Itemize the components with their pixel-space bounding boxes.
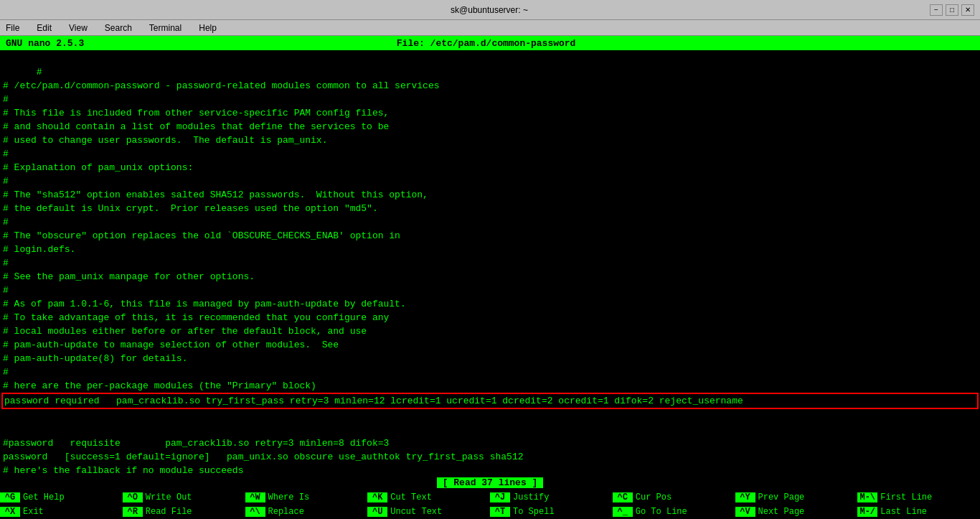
maximize-button[interactable]: □ <box>946 4 958 16</box>
title-bar: sk@ubuntuserver: ~ − □ ✕ <box>0 0 980 20</box>
after-lines: #password requisite pam_cracklib.so retr… <box>3 438 524 476</box>
menu-bar: File Edit View Search Terminal Help <box>0 20 980 36</box>
shortcut-label: Next Page <box>755 507 805 517</box>
shortcut-bar-2: ^XExit^RRead File^\Replace^UUncut Text^T… <box>0 505 980 519</box>
shortcut-item: ^WWhere Is <box>245 492 368 502</box>
shortcut-key[interactable]: ^T <box>490 507 510 517</box>
shortcut-item: ^_Go To Line <box>613 507 735 517</box>
shortcut-bar-1: ^GGet Help^OWrite Out^WWhere Is^KCut Tex… <box>0 490 980 505</box>
shortcut-label: First Line <box>877 492 932 502</box>
shortcut-label: Get Help <box>20 492 65 502</box>
close-button[interactable]: ✕ <box>961 4 974 16</box>
nano-filename: File: /etc/pam.d/common-password <box>397 38 576 49</box>
shortcut-item: ^XExit <box>0 507 123 517</box>
shortcut-key[interactable]: ^V <box>735 507 755 517</box>
shortcut-label: Prev Page <box>755 492 805 502</box>
shortcut-key[interactable]: ^U <box>367 507 387 517</box>
shortcut-key[interactable]: ^O <box>123 492 143 502</box>
shortcut-key[interactable]: ^X <box>0 507 20 517</box>
shortcut-key[interactable]: ^K <box>367 492 387 502</box>
window-title: sk@ubuntuserver: ~ <box>49 5 930 15</box>
shortcut-label: Justify <box>510 492 549 502</box>
shortcut-label: Read File <box>143 507 192 517</box>
nano-version: GNU nano 2.5.3 <box>6 38 84 49</box>
shortcut-item: ^JJustify <box>490 492 613 502</box>
shortcut-key[interactable]: ^W <box>245 492 265 502</box>
menu-file[interactable]: File <box>3 22 22 34</box>
shortcut-item: ^RRead File <box>123 507 245 517</box>
status-bar: [ Read 37 lines ] <box>0 476 980 490</box>
menu-terminal[interactable]: Terminal <box>146 22 184 34</box>
shortcut-key[interactable]: ^J <box>490 492 510 502</box>
shortcut-item: ^CCur Pos <box>613 492 735 502</box>
shortcut-key[interactable]: ^C <box>613 492 633 502</box>
minimize-button[interactable]: − <box>930 4 943 16</box>
shortcut-label: Last Line <box>877 507 927 517</box>
shortcut-key[interactable]: M-/ <box>857 507 877 517</box>
menu-help[interactable]: Help <box>196 22 220 34</box>
shortcut-label: Uncut Text <box>387 507 442 517</box>
menu-view[interactable]: View <box>66 22 90 34</box>
menu-search[interactable]: Search <box>102 22 135 34</box>
shortcut-item: M-\First Line <box>857 492 980 502</box>
main-content: GNU nano 2.5.3 File: /etc/pam.d/common-p… <box>0 36 980 519</box>
status-message: [ Read 37 lines ] <box>437 477 544 488</box>
shortcut-item: ^KCut Text <box>367 492 490 502</box>
shortcut-key[interactable]: ^G <box>0 492 20 502</box>
shortcut-item: ^OWrite Out <box>123 492 245 502</box>
shortcut-label: Where Is <box>265 492 310 502</box>
editor-wrapper[interactable]: # # /etc/pam.d/common-password - passwor… <box>0 50 980 476</box>
shortcut-label: Write Out <box>143 492 192 502</box>
shortcut-label: To Spell <box>510 507 555 517</box>
shortcut-label: Exit <box>20 507 44 517</box>
highlighted-line: password required pam_cracklib.so try_fi… <box>1 393 979 409</box>
shortcut-key[interactable]: ^Y <box>735 492 755 502</box>
shortcut-key[interactable]: ^_ <box>613 507 633 517</box>
shortcut-item: ^\Replace <box>245 507 368 517</box>
shortcut-key[interactable]: ^\ <box>245 507 265 517</box>
shortcut-label: Replace <box>265 507 304 517</box>
shortcut-key[interactable]: M-\ <box>857 492 877 502</box>
window-controls[interactable]: − □ ✕ <box>930 4 974 16</box>
editor-area[interactable]: # # /etc/pam.d/common-password - passwor… <box>0 50 980 476</box>
shortcut-item: ^VNext Page <box>735 507 858 517</box>
shortcut-label: Cut Text <box>387 492 432 502</box>
shortcut-item: ^GGet Help <box>0 492 123 502</box>
shortcut-item: ^UUncut Text <box>367 507 490 517</box>
menu-edit[interactable]: Edit <box>34 22 55 34</box>
shortcut-label: Go To Line <box>633 507 687 517</box>
shortcut-item: ^YPrev Page <box>735 492 858 502</box>
shortcut-key[interactable]: ^R <box>123 507 143 517</box>
content-lines: # # /etc/pam.d/common-password - passwor… <box>3 67 440 391</box>
nano-header: GNU nano 2.5.3 File: /etc/pam.d/common-p… <box>0 36 980 50</box>
shortcut-item: M-/Last Line <box>857 507 980 517</box>
shortcut-item: ^TTo Spell <box>490 507 613 517</box>
shortcut-label: Cur Pos <box>633 492 672 502</box>
